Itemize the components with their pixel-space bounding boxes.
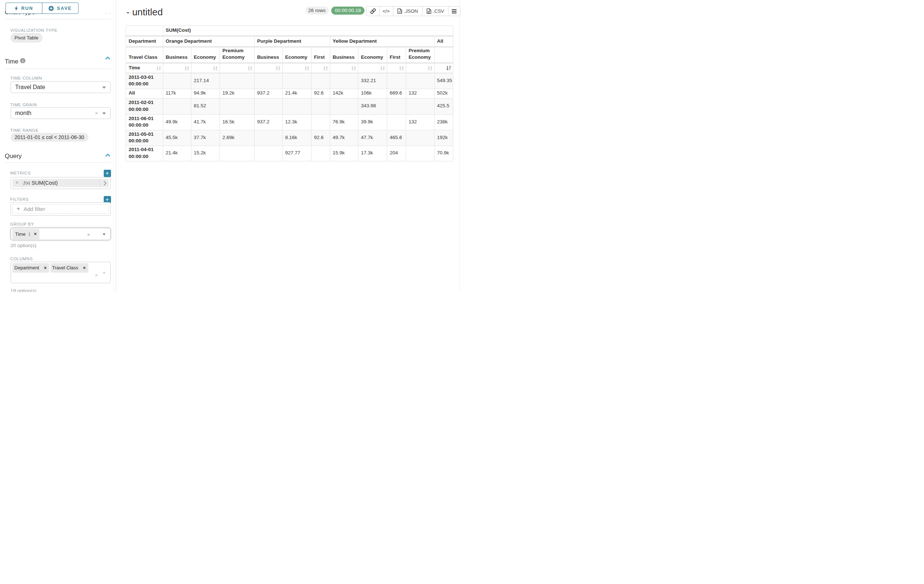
svg-text:i: i xyxy=(22,59,23,63)
svg-text:</>: </> xyxy=(398,11,402,13)
